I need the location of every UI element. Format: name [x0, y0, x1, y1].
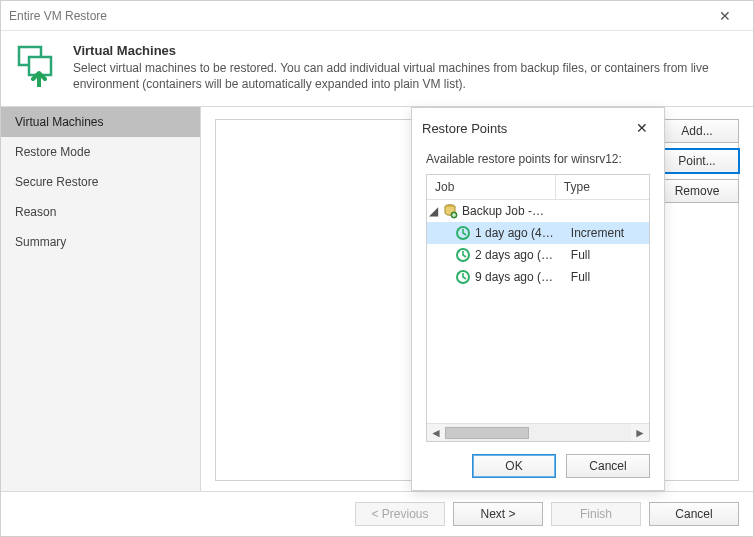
- dialog-close-button[interactable]: ✕: [630, 116, 654, 140]
- side-button-bar: Add... Point... Remove: [655, 119, 739, 203]
- restore-points-dialog: Restore Points ✕ Available restore point…: [411, 107, 665, 491]
- horizontal-scrollbar[interactable]: ◄ ►: [427, 423, 649, 441]
- column-header-type[interactable]: Type: [556, 175, 649, 199]
- finish-button: Finish: [551, 502, 641, 526]
- nav-restore-mode[interactable]: Restore Mode: [1, 137, 200, 167]
- backup-job-icon: [442, 203, 458, 219]
- group-label: Backup Job - winsrv12 (Backup Volume): [462, 204, 546, 218]
- restore-point-type: Full: [563, 245, 649, 265]
- wizard-sidebar: Virtual Machines Restore Mode Secure Res…: [1, 107, 201, 491]
- scroll-thumb[interactable]: [445, 427, 529, 439]
- next-button[interactable]: Next >: [453, 502, 543, 526]
- point-button[interactable]: Point...: [655, 149, 739, 173]
- dialog-button-bar: OK Cancel: [412, 442, 664, 490]
- restore-point-row[interactable]: 9 days ago (10:01 PM Monday 7/31... Full: [427, 266, 649, 288]
- restore-point-icon: [455, 247, 471, 263]
- expand-caret-icon[interactable]: ◢: [429, 204, 438, 218]
- vm-restore-icon: [15, 43, 59, 87]
- page-description: Select virtual machines to be restored. …: [73, 60, 739, 92]
- nav-summary[interactable]: Summary: [1, 227, 200, 257]
- remove-button[interactable]: Remove: [655, 179, 739, 203]
- wizard-body: Virtual Machines Restore Mode Secure Res…: [1, 106, 753, 491]
- restore-point-label: 9 days ago (10:01 PM Monday 7/31...: [475, 270, 557, 284]
- page-title: Virtual Machines: [73, 43, 739, 58]
- dialog-title: Restore Points: [422, 121, 630, 136]
- grid-body: ◢ Backup Job - winsrv12 (Backup Volume): [427, 200, 649, 423]
- previous-button: < Previous: [355, 502, 445, 526]
- scroll-track[interactable]: [445, 424, 631, 441]
- restore-point-label: 1 day ago (4:25 PM Tuesday 8/8/20...: [475, 226, 557, 240]
- restore-point-type: Increment: [563, 223, 649, 243]
- add-button[interactable]: Add...: [655, 119, 739, 143]
- wizard-footer: < Previous Next > Finish Cancel: [1, 491, 753, 536]
- restore-point-type: Full: [563, 267, 649, 287]
- restore-point-icon: [455, 225, 471, 241]
- nav-reason[interactable]: Reason: [1, 197, 200, 227]
- window-close-button[interactable]: ✕: [705, 8, 745, 24]
- ok-button[interactable]: OK: [472, 454, 556, 478]
- window-title: Entire VM Restore: [9, 9, 705, 23]
- dialog-label: Available restore points for winsrv12:: [412, 148, 664, 174]
- column-header-job[interactable]: Job: [427, 175, 556, 199]
- nav-virtual-machines[interactable]: Virtual Machines: [1, 107, 200, 137]
- restore-point-row[interactable]: 1 day ago (4:25 PM Tuesday 8/8/20... Inc…: [427, 222, 649, 244]
- restore-point-row[interactable]: 2 days ago (10:01 PM Monday 8/7/... Full: [427, 244, 649, 266]
- main-content: Add... Point... Remove Restore Points ✕ …: [201, 107, 753, 491]
- titlebar: Entire VM Restore ✕: [1, 1, 753, 31]
- wizard-window: Entire VM Restore ✕ Virtual Machines Sel…: [0, 0, 754, 537]
- scroll-left-icon[interactable]: ◄: [427, 424, 445, 441]
- grid-header: Job Type: [427, 175, 649, 200]
- restore-point-label: 2 days ago (10:01 PM Monday 8/7/...: [475, 248, 557, 262]
- cancel-button[interactable]: Cancel: [566, 454, 650, 478]
- restore-points-grid: Job Type ◢ Backup Job - winsrv12 (Backup…: [426, 174, 650, 442]
- wizard-cancel-button[interactable]: Cancel: [649, 502, 739, 526]
- restore-point-icon: [455, 269, 471, 285]
- nav-secure-restore[interactable]: Secure Restore: [1, 167, 200, 197]
- wizard-header: Virtual Machines Select virtual machines…: [1, 31, 753, 106]
- group-row[interactable]: ◢ Backup Job - winsrv12 (Backup Volume): [427, 200, 649, 222]
- scroll-right-icon[interactable]: ►: [631, 424, 649, 441]
- dialog-titlebar: Restore Points ✕: [412, 108, 664, 148]
